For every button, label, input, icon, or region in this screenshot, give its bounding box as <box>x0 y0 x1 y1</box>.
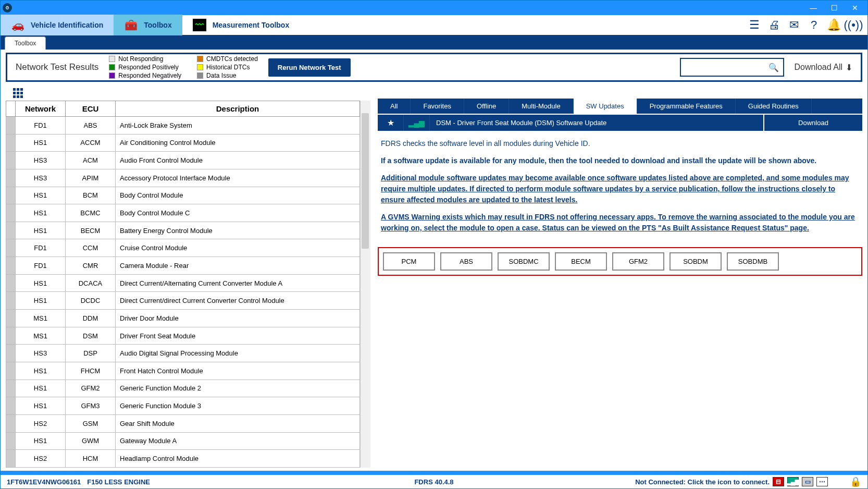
table-row[interactable]: HS2 GSM Gear Shift Module <box>6 414 360 432</box>
table-row[interactable]: HS1 BCMC Body Control Module C <box>6 204 360 222</box>
warning-module-button[interactable]: BECM <box>555 252 607 271</box>
tab-guided-routines[interactable]: Guided Routines <box>736 99 812 114</box>
tab-toolbox[interactable]: 🧰 Toolbox <box>114 15 182 35</box>
cell-ecu: GFM3 <box>66 397 116 415</box>
cell-ecu: FHCM <box>66 362 116 380</box>
title-bar: ⚙ — ☐ ✕ <box>1 1 867 15</box>
col-network[interactable]: Network <box>16 101 66 117</box>
col-description[interactable]: Description <box>116 101 360 117</box>
warning-module-button[interactable]: SOBDM <box>669 252 722 271</box>
warning-module-button[interactable]: ABS <box>440 252 492 271</box>
table-row[interactable]: HS1 GWM Gateway Module A <box>6 432 360 450</box>
tab-offline[interactable]: Offline <box>464 99 509 114</box>
cell-description: Body Control Module <box>116 187 360 204</box>
tab-multi-module[interactable]: Multi-Module <box>509 99 573 114</box>
cell-description: Direct Current/Alternating Current Conve… <box>116 274 360 292</box>
table-row[interactable]: HS3 ACM Audio Front Control Module <box>6 152 360 169</box>
table-row[interactable]: HS3 DSP Audio Digital Signal Processing … <box>6 345 360 362</box>
tab-sw-updates[interactable]: SW Updates <box>574 99 637 114</box>
tab-measurement-toolbox[interactable]: 〰 Measurement Toolbox <box>182 15 300 35</box>
download-all-button[interactable]: Download All ⬇ <box>795 63 853 72</box>
sub-tab-toolbox[interactable]: Toolbox <box>5 36 46 50</box>
rerun-network-test-button[interactable]: Rerun Network Test <box>268 58 351 77</box>
search-input[interactable]: 🔍 <box>680 58 784 77</box>
cell-ecu: GSM <box>66 414 116 432</box>
gvms-warning-buttons: PCMABSSOBDMCBECMGFM2SOBDMSOBDMB <box>378 247 862 276</box>
cell-network: HS3 <box>16 152 66 169</box>
cell-description: Anti-Lock Brake System <box>116 117 360 135</box>
table-row[interactable]: MS1 DSM Driver Front Seat Module <box>6 327 360 345</box>
sub-tab-row: Toolbox <box>1 36 867 50</box>
tab-programmable-features[interactable]: Programmable Features <box>637 99 736 114</box>
minimize-button[interactable]: — <box>803 1 824 15</box>
lock-icon[interactable]: 🔒 <box>850 476 861 487</box>
signal-bars-icon[interactable]: ▂▄▆ <box>787 477 799 486</box>
tab-all[interactable]: All <box>378 99 411 114</box>
table-row[interactable]: HS1 GFM2 Generic Function Module 2 <box>6 380 360 397</box>
scrollbar-thumb[interactable] <box>362 113 369 249</box>
bell-icon[interactable]: 🔔 <box>827 18 840 32</box>
sw-updates-pane: All Favorites Offline Multi-Module SW Up… <box>370 85 862 468</box>
table-row[interactable]: FD1 CCM Cruise Control Module <box>6 239 360 257</box>
options-icon[interactable]: ⋯ <box>816 477 828 486</box>
cell-network: FD1 <box>16 257 66 275</box>
network-test-header: Network Test Results Not Responding CMDT… <box>6 53 862 82</box>
menu-icon[interactable]: ☰ <box>748 18 761 32</box>
legend-historical-dtcs: Historical DTCs <box>206 64 250 71</box>
table-row[interactable]: HS1 GFM3 Generic Function Module 3 <box>6 397 360 415</box>
warning-module-button[interactable]: SOBDMC <box>498 252 550 271</box>
close-button[interactable]: ✕ <box>845 1 865 15</box>
cell-network: HS1 <box>16 292 66 310</box>
update-title: DSM - Driver Front Seat Module (DSM) Sof… <box>430 115 763 131</box>
cell-description: Front Hatch Control Module <box>116 362 360 380</box>
table-row[interactable]: HS3 APIM Accessory Protocol Interface Mo… <box>6 169 360 187</box>
favorite-star-icon[interactable]: ★ <box>378 115 404 131</box>
cell-network: HS1 <box>16 134 66 152</box>
cell-ecu: CMR <box>66 257 116 275</box>
cell-description: Gateway Module A <box>116 432 360 450</box>
warning-module-button[interactable]: GFM2 <box>612 252 664 271</box>
cell-network: HS1 <box>16 274 66 292</box>
cell-network: HS1 <box>16 204 66 222</box>
table-row[interactable]: FD1 CMR Camera Module - Rear <box>6 257 360 275</box>
table-row[interactable]: HS2 HCM Headlamp Control Module <box>6 450 360 468</box>
status-vehicle: F150 LESS ENGINE <box>87 478 150 486</box>
mail-icon[interactable]: ✉ <box>787 18 801 32</box>
cell-ecu: GFM2 <box>66 380 116 397</box>
download-button[interactable]: Download <box>763 115 862 131</box>
tab-favorites[interactable]: Favorites <box>411 99 464 114</box>
tab-vehicle-identification[interactable]: 🚗 Vehicle Identification <box>1 15 114 35</box>
table-row[interactable]: MS1 DDM Driver Door Module <box>6 310 360 327</box>
table-row[interactable]: HS1 BCM Body Control Module <box>6 187 360 204</box>
vci-icon[interactable]: ⊟ <box>773 477 784 486</box>
cell-description: Audio Front Control Module <box>116 152 360 169</box>
info-text: FDRS checks the software level in all mo… <box>378 131 862 247</box>
device-icon[interactable]: ▭ <box>802 477 813 486</box>
help-icon[interactable]: ? <box>807 18 821 32</box>
cell-network: FD1 <box>16 117 66 135</box>
table-row[interactable]: HS1 FHCM Front Hatch Control Module <box>6 362 360 380</box>
warning-module-button[interactable]: SOBDMB <box>727 252 779 271</box>
col-ecu[interactable]: ECU <box>66 101 116 117</box>
legend-data-issue: Data Issue <box>206 72 236 79</box>
cell-description: Air Conditioning Control Module <box>116 134 360 152</box>
cell-description: Audio Digital Signal Processing Module <box>116 345 360 362</box>
table-row[interactable]: FD1 ABS Anti-Lock Brake System <box>6 117 360 135</box>
warning-module-button[interactable]: PCM <box>383 252 435 271</box>
cell-ecu: HCM <box>66 450 116 468</box>
print-icon[interactable]: 🖨 <box>767 18 781 32</box>
table-row[interactable]: HS1 ACCM Air Conditioning Control Module <box>6 134 360 152</box>
maximize-button[interactable]: ☐ <box>824 1 845 15</box>
cell-network: HS3 <box>16 345 66 362</box>
cell-ecu: DCACA <box>66 274 116 292</box>
signal-icon[interactable]: ((•)) <box>847 18 860 32</box>
legend-not-responding: Not Responding <box>118 55 163 63</box>
table-row[interactable]: HS1 BECM Battery Energy Control Module <box>6 222 360 239</box>
scrollbar[interactable] <box>360 101 370 468</box>
cell-ecu: DSM <box>66 327 116 345</box>
cell-ecu: CCM <box>66 239 116 257</box>
cell-description: Accessory Protocol Interface Module <box>116 169 360 187</box>
grid-view-icon[interactable] <box>13 88 23 99</box>
table-row[interactable]: HS1 DCACA Direct Current/Alternating Cur… <box>6 274 360 292</box>
table-row[interactable]: HS1 DCDC Direct Current/direct Current C… <box>6 292 360 310</box>
